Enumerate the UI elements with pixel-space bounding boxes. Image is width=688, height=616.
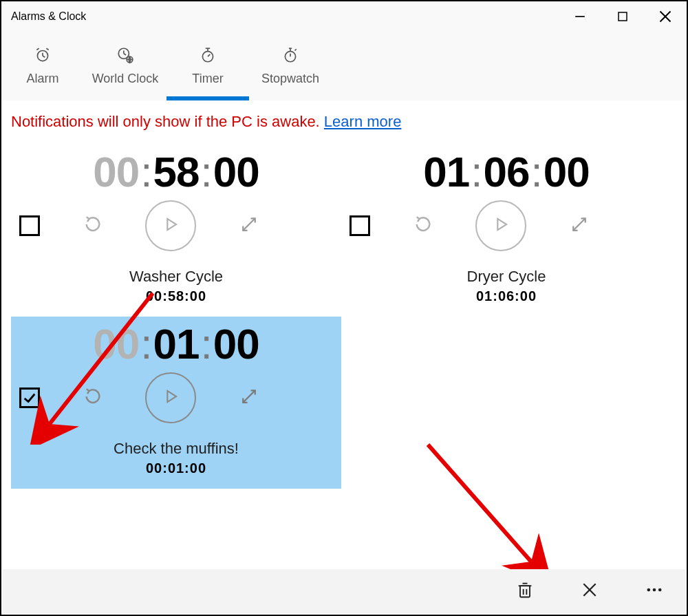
timer-display: 01:06:00 xyxy=(344,147,669,196)
svg-marker-25 xyxy=(497,219,506,230)
tab-world-clock[interactable]: World Clock xyxy=(84,32,166,100)
trash-icon xyxy=(515,580,535,602)
reset-button[interactable] xyxy=(408,211,438,241)
timer-name: Check the muffins! xyxy=(14,440,338,458)
cancel-button[interactable] xyxy=(571,573,608,610)
timer-card[interactable]: 00:58:00 xyxy=(11,145,341,317)
reset-button[interactable] xyxy=(78,211,108,241)
play-button[interactable] xyxy=(145,200,196,251)
close-icon xyxy=(581,581,599,602)
timer-display: 00:58:00 xyxy=(14,147,338,196)
svg-line-24 xyxy=(243,218,255,231)
expand-icon xyxy=(569,214,590,237)
tab-strip: Alarm World Clock Timer Stopwatch xyxy=(1,32,687,100)
svg-rect-31 xyxy=(520,586,530,597)
play-icon xyxy=(491,215,510,237)
delete-button[interactable] xyxy=(506,573,544,610)
svg-point-14 xyxy=(202,52,213,62)
tab-alarm[interactable]: Alarm xyxy=(1,32,84,100)
svg-point-39 xyxy=(653,588,656,592)
play-icon xyxy=(161,215,180,237)
learn-more-link[interactable]: Learn more xyxy=(324,113,402,130)
close-button[interactable] xyxy=(644,1,687,32)
tab-stopwatch[interactable]: Stopwatch xyxy=(249,32,332,100)
notification-text: Notifications will only show if the PC i… xyxy=(11,113,324,130)
svg-rect-1 xyxy=(619,12,627,21)
play-button[interactable] xyxy=(145,372,196,423)
svg-line-7 xyxy=(36,48,39,50)
minimize-button[interactable] xyxy=(559,1,601,32)
svg-line-28 xyxy=(243,390,255,403)
svg-point-38 xyxy=(647,588,651,592)
reset-icon xyxy=(82,385,104,410)
expand-button[interactable] xyxy=(234,383,264,413)
stopwatch-icon xyxy=(281,46,299,67)
expand-button[interactable] xyxy=(564,211,594,241)
maximize-button[interactable] xyxy=(601,1,644,32)
svg-line-26 xyxy=(573,218,585,231)
select-checkbox[interactable] xyxy=(350,215,370,236)
more-button[interactable] xyxy=(636,573,673,610)
window-title: Alarms & Clock xyxy=(11,10,86,23)
svg-line-6 xyxy=(43,56,45,57)
timer-grid: 00:58:00 xyxy=(1,145,687,489)
timer-icon xyxy=(199,46,217,67)
titlebar: Alarms & Clock xyxy=(1,1,687,32)
tab-label: Alarm xyxy=(26,72,58,86)
expand-icon xyxy=(239,214,259,237)
select-checkbox[interactable] xyxy=(19,215,40,236)
svg-line-15 xyxy=(208,54,210,56)
timer-name: Dryer Cycle xyxy=(344,268,669,286)
world-clock-icon xyxy=(116,46,134,67)
reset-icon xyxy=(82,213,104,238)
timer-card[interactable]: 00:01:00 xyxy=(11,317,341,489)
timer-duration: 00:01:00 xyxy=(14,460,338,476)
timer-duration: 01:06:00 xyxy=(344,288,669,304)
svg-marker-27 xyxy=(167,391,176,402)
more-icon xyxy=(645,580,664,602)
reset-icon xyxy=(412,213,434,238)
select-checkbox[interactable] xyxy=(19,387,40,408)
bottom-bar xyxy=(3,569,685,613)
expand-button[interactable] xyxy=(234,211,264,241)
play-button[interactable] xyxy=(475,200,526,251)
reset-button[interactable] xyxy=(78,383,108,413)
tab-label: Timer xyxy=(192,72,223,86)
svg-point-18 xyxy=(285,52,295,62)
play-icon xyxy=(161,387,180,409)
alarm-icon xyxy=(34,46,52,67)
timer-name: Washer Cycle xyxy=(14,268,338,286)
svg-line-8 xyxy=(46,48,48,50)
notification-bar: Notifications will only show if the PC i… xyxy=(1,109,687,145)
window-controls xyxy=(559,1,687,32)
timer-display: 00:01:00 xyxy=(14,319,338,368)
timer-duration: 00:58:00 xyxy=(14,288,338,304)
timer-card[interactable]: 01:06:00 xyxy=(341,145,671,317)
svg-marker-23 xyxy=(167,219,176,230)
tab-timer[interactable]: Timer xyxy=(166,32,249,100)
svg-point-40 xyxy=(658,588,662,592)
svg-line-22 xyxy=(295,49,297,50)
tab-label: Stopwatch xyxy=(261,72,319,86)
tab-label: World Clock xyxy=(92,72,159,86)
expand-icon xyxy=(239,386,259,410)
content-area: Notifications will only show if the PC i… xyxy=(1,100,687,571)
svg-line-11 xyxy=(124,54,126,55)
